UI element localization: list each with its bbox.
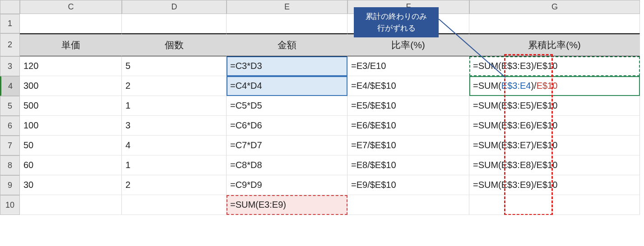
col-header-d[interactable]: D	[122, 0, 227, 14]
cell-d4[interactable]: 2	[122, 76, 227, 96]
row-header-10[interactable]: 10	[0, 195, 20, 215]
cell-e4[interactable]: =C4*D4	[227, 76, 347, 96]
cell-e10[interactable]: =SUM(E3:E9)	[227, 195, 347, 215]
row-header-9[interactable]: 9	[0, 175, 20, 195]
cell-g3[interactable]: =SUM(E$3:E3)/E$10	[469, 56, 640, 76]
cell-f4[interactable]: =E4/$E$10	[347, 76, 469, 96]
cell-g1[interactable]	[469, 14, 640, 33]
header-quantity[interactable]: 個数	[122, 33, 227, 56]
cell-d8[interactable]: 1	[122, 155, 227, 175]
header-unit-price[interactable]: 単価	[20, 33, 122, 56]
row-header-2[interactable]: 2	[0, 33, 20, 56]
cell-f10[interactable]	[347, 195, 469, 215]
cell-e6[interactable]: =C6*D6	[227, 116, 347, 136]
cell-e5[interactable]: =C5*D5	[227, 96, 347, 116]
cell-c8[interactable]: 60	[20, 155, 122, 175]
row-header-7[interactable]: 7	[0, 136, 20, 155]
cell-f5[interactable]: =E5/$E$10	[347, 96, 469, 116]
col-header-e[interactable]: E	[227, 0, 347, 14]
cell-c3[interactable]: 120	[20, 56, 122, 76]
cell-e9[interactable]: =C9*D9	[227, 175, 347, 195]
cell-g4[interactable]: =SUM(E$3:E4)/E$10	[469, 76, 640, 96]
cell-f9[interactable]: =E9/$E$10	[347, 175, 469, 195]
cell-f8[interactable]: =E8/$E$10	[347, 155, 469, 175]
cell-c7[interactable]: 50	[20, 136, 122, 155]
cell-g10[interactable]	[469, 195, 640, 215]
row-header-5[interactable]: 5	[0, 96, 20, 116]
cell-g5[interactable]: =SUM(E$3:E5)/E$10	[469, 96, 640, 116]
cell-d6[interactable]: 3	[122, 116, 227, 136]
row-header-3[interactable]: 3	[0, 56, 20, 76]
cell-d9[interactable]: 2	[122, 175, 227, 195]
row-header-1[interactable]: 1	[0, 14, 20, 33]
cell-d5[interactable]: 1	[122, 96, 227, 116]
cell-e8[interactable]: =C8*D8	[227, 155, 347, 175]
header-amount[interactable]: 金額	[227, 33, 347, 56]
cell-d3[interactable]: 5	[122, 56, 227, 76]
row-header-6[interactable]: 6	[0, 116, 20, 136]
row-header-8[interactable]: 8	[0, 155, 20, 175]
annotation-callout: 累計の終わりのみ 行がずれる	[354, 7, 439, 37]
cell-g8[interactable]: =SUM(E$3:E8)/E$10	[469, 155, 640, 175]
corner-cell[interactable]	[0, 0, 20, 14]
spreadsheet-grid[interactable]: C D E F G 1 2 単価 個数 金額 比率(%) 累積比率(%) 3 1…	[0, 0, 644, 215]
cell-d7[interactable]: 4	[122, 136, 227, 155]
cell-c5[interactable]: 500	[20, 96, 122, 116]
callout-text-line1: 累計の終わりのみ	[357, 11, 436, 23]
cell-d1[interactable]	[122, 14, 227, 33]
cell-g6[interactable]: =SUM(E$3:E6)/E$10	[469, 116, 640, 136]
callout-text-line2: 行がずれる	[357, 23, 436, 34]
cell-e3[interactable]: =C3*D3	[227, 56, 347, 76]
col-header-c[interactable]: C	[20, 0, 122, 14]
cell-g9[interactable]: =SUM(E$3:E9)/E$10	[469, 175, 640, 195]
col-header-g[interactable]: G	[469, 0, 640, 14]
header-cumulative-ratio[interactable]: 累積比率(%)	[469, 33, 640, 56]
cell-c10[interactable]	[20, 195, 122, 215]
row-header-4[interactable]: 4	[0, 76, 20, 96]
cell-c6[interactable]: 100	[20, 116, 122, 136]
cell-c1[interactable]	[20, 14, 122, 33]
cell-e7[interactable]: =C7*D7	[227, 136, 347, 155]
cell-d10[interactable]	[122, 195, 227, 215]
cell-e1[interactable]	[227, 14, 347, 33]
cell-g7[interactable]: =SUM(E$3:E7)/E$10	[469, 136, 640, 155]
cell-f3[interactable]: =E3/E10	[347, 56, 469, 76]
cell-c4[interactable]: 300	[20, 76, 122, 96]
cell-f7[interactable]: =E7/$E$10	[347, 136, 469, 155]
cell-f6[interactable]: =E6/$E$10	[347, 116, 469, 136]
cell-c9[interactable]: 30	[20, 175, 122, 195]
